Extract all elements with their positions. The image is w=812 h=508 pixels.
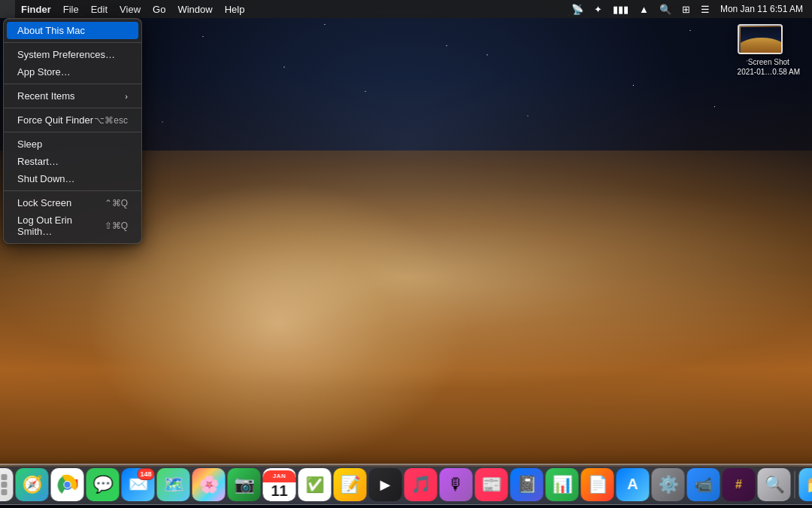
gnotes-icon: 📓 xyxy=(517,475,537,494)
dock-icon-reminders[interactable]: ✅ xyxy=(298,468,332,501)
svg-point-1 xyxy=(741,38,783,54)
spotlight-icon: 🔍 xyxy=(659,4,671,15)
menu-item-sysprefs-label: System Preferences… xyxy=(17,49,115,60)
menu-item-lock-label: Lock Screen xyxy=(17,197,71,208)
zoom-icon: 📹 xyxy=(694,476,713,494)
menu-separator-4 xyxy=(4,132,141,132)
messages-icon: 💬 xyxy=(92,475,113,494)
dock-icon-maps[interactable]: 🗺️ xyxy=(157,468,190,501)
dock-separator xyxy=(795,471,795,498)
pages-icon: 📄 xyxy=(587,475,607,494)
lock-screen-shortcut: ⌃⌘Q xyxy=(105,198,128,208)
dock-icon-facetime[interactable]: 📷 xyxy=(228,468,261,501)
svg-rect-0 xyxy=(741,27,783,54)
menubar-window-label: Window xyxy=(177,4,212,15)
menubar-right: 📡 ✦ ▮▮▮ ▲ 🔍 ⊞ ☰ Mon Jan 11 6:51 AM xyxy=(568,0,812,18)
menubar-airdrop[interactable]: 📡 xyxy=(568,0,586,18)
menu-separator-1 xyxy=(4,42,141,43)
menubar-finder-label: Finder xyxy=(21,4,51,15)
menu-item-sysprefs[interactable]: System Preferences… xyxy=(7,46,138,63)
dock-icon-zoom[interactable]: 📹 xyxy=(687,468,720,501)
dock-icon-systemprefs[interactable]: ⚙️ xyxy=(652,468,685,501)
menubar-finder[interactable]: Finder xyxy=(15,0,57,18)
menubar-go-label: Go xyxy=(153,4,165,15)
apple-menu-button[interactable] xyxy=(0,0,15,18)
dock-icon-notes[interactable]: 📝 xyxy=(334,468,367,501)
menubar-go[interactable]: Go xyxy=(147,0,171,18)
dock-icon-slack[interactable]: # xyxy=(723,468,756,501)
mail-badge: 148 xyxy=(137,468,154,480)
logout-shortcut: ⇧⌘Q xyxy=(105,221,128,231)
menubar-edit[interactable]: Edit xyxy=(85,0,114,18)
menubar-file-label: File xyxy=(63,4,79,15)
force-quit-shortcut: ⌥⌘esc xyxy=(94,115,128,126)
dock-icon-safari[interactable]: 🧭 xyxy=(16,468,49,501)
dock-icon-news[interactable]: 📰 xyxy=(475,468,508,501)
news-icon: 📰 xyxy=(481,475,501,494)
wifi-icon: ▲ xyxy=(639,4,649,15)
dock-icon-gnotes[interactable]: 📓 xyxy=(511,468,544,501)
menubar-bluetooth[interactable]: ✦ xyxy=(591,0,605,18)
menubar-control-center[interactable]: ⊞ xyxy=(679,0,693,18)
menubar-battery[interactable]: ▮▮▮ xyxy=(610,0,632,18)
menubar-clock[interactable]: Mon Jan 11 6:51 AM xyxy=(717,0,806,18)
dock-icon-chrome[interactable] xyxy=(51,468,84,501)
appletv-icon: ▶ xyxy=(380,476,391,493)
dock-icon-mail[interactable]: ✉️ 148 xyxy=(122,468,155,501)
menu-item-about[interactable]: About This Mac xyxy=(7,22,138,39)
music-icon: 🎵 xyxy=(411,475,431,494)
numbers-icon: 📊 xyxy=(552,475,572,494)
menubar-file[interactable]: File xyxy=(57,0,85,18)
screenshot-preview-image xyxy=(738,24,783,54)
slack-icon: # xyxy=(735,478,742,491)
screenshot-label-line2: 2021-01…0.58 AM xyxy=(738,67,800,77)
chrome-icon xyxy=(57,474,78,495)
dock-icon-finder-folder[interactable]: 📁 xyxy=(799,468,813,501)
dock-icon-launchpad[interactable] xyxy=(0,468,14,501)
maps-icon: 🗺️ xyxy=(163,475,183,494)
menu-separator-5 xyxy=(4,190,141,191)
menu-item-appstore[interactable]: App Store… xyxy=(7,63,138,81)
dock-icon-photos[interactable]: 🌸 xyxy=(192,468,226,501)
dock-icon-messages[interactable]: 💬 xyxy=(86,468,120,501)
menubar-notification-center[interactable]: ☰ xyxy=(698,0,713,18)
menubar-view[interactable]: View xyxy=(114,0,147,18)
screenshot-thumbnail[interactable]: Screen Shot 2021-01…0.58 AM xyxy=(738,24,800,77)
menu-item-logout-label: Log Out Erin Smith… xyxy=(17,214,105,237)
menu-item-lock-screen[interactable]: Lock Screen ⌃⌘Q xyxy=(7,194,138,211)
dock-icon-calendar[interactable]: JAN 11 xyxy=(263,468,296,501)
dock-icon-numbers[interactable]: 📊 xyxy=(546,468,579,501)
menubar: Finder File Edit View Go Window Help 📡 ✦… xyxy=(0,0,812,18)
menu-item-about-label: About This Mac xyxy=(17,25,85,36)
menu-separator-3 xyxy=(4,108,141,108)
menubar-wifi[interactable]: ▲ xyxy=(636,0,652,18)
menu-item-recent-items[interactable]: Recent Items › xyxy=(7,87,138,105)
menubar-view-label: View xyxy=(120,4,141,15)
clock-display: Mon Jan 11 6:51 AM xyxy=(720,4,803,14)
menu-item-force-quit[interactable]: Force Quit Finder ⌥⌘esc xyxy=(7,111,138,129)
photos-icon: 🌸 xyxy=(198,475,219,494)
airdrop-icon: 📡 xyxy=(571,4,583,15)
menubar-window[interactable]: Window xyxy=(171,0,218,18)
dock-icon-alfred[interactable]: 🔍 xyxy=(758,468,791,501)
menubar-help[interactable]: Help xyxy=(219,0,251,18)
menubar-edit-label: Edit xyxy=(91,4,108,15)
dock-icon-music[interactable]: 🎵 xyxy=(404,468,438,501)
dock-icon-appstore[interactable]: A xyxy=(617,468,650,501)
menu-item-restart-label: Restart… xyxy=(17,156,59,167)
appstore-icon: A xyxy=(627,476,638,493)
alfred-icon: 🔍 xyxy=(764,475,784,494)
dock-icon-appletv[interactable]: ▶ xyxy=(369,468,402,501)
menu-item-logout[interactable]: Log Out Erin Smith… ⇧⌘Q xyxy=(7,211,138,240)
menubar-search[interactable]: 🔍 xyxy=(656,0,674,18)
menu-item-shutdown[interactable]: Shut Down… xyxy=(7,170,138,187)
menu-item-sleep[interactable]: Sleep xyxy=(7,135,138,153)
dock-icon-pages[interactable]: 📄 xyxy=(581,468,614,501)
calendar-month: JAN xyxy=(263,470,296,482)
control-center-icon: ⊞ xyxy=(682,4,690,15)
systemprefs-icon: ⚙️ xyxy=(658,475,678,494)
screenshot-label: Screen Shot 2021-01…0.58 AM xyxy=(738,57,800,77)
menu-item-restart[interactable]: Restart… xyxy=(7,153,138,170)
dock-icon-podcasts[interactable]: 🎙 xyxy=(440,468,473,501)
menubar-help-label: Help xyxy=(225,4,245,15)
